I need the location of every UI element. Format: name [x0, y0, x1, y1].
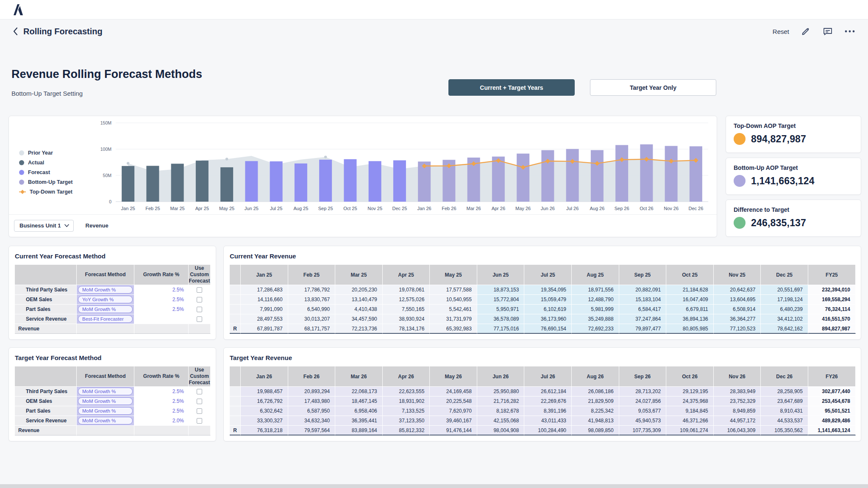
total-row-label: Revenue [15, 426, 77, 435]
forecast-method-select[interactable]: YoY Growth % [78, 296, 133, 303]
revenue-cell: 15,183,104 [619, 295, 667, 305]
growth-rate-cell[interactable]: 2.5% [134, 295, 189, 305]
revenue-cell: 38,930,924 [383, 314, 430, 324]
row-label: Service Revenue [15, 416, 77, 426]
custom-forecast-checkbox[interactable] [197, 297, 202, 302]
growth-rate-cell[interactable] [134, 314, 189, 324]
back-chevron-icon[interactable] [13, 27, 18, 36]
growth-rate-cell[interactable]: 2.5% [134, 305, 189, 314]
column-header: Dec 25 [761, 265, 808, 285]
top-down-aop-target-kpi: Top-Down AOP Target894,827,987 [726, 116, 861, 153]
revenue-cell: 8,949,859 [714, 406, 761, 416]
forecast-method-select[interactable]: MoM Growth % [78, 388, 133, 395]
growth-rate-cell[interactable]: 2.5% [134, 406, 189, 416]
revenue-cell: 17,786,792 [288, 285, 336, 295]
revenue-cell: 105,350,562 [761, 426, 808, 435]
table-row: 16,726,79217,483,98018,467,14518,931,902… [230, 396, 856, 406]
column-header: Jan 26 [241, 366, 288, 387]
forecast-method-select[interactable]: MoM Growth % [78, 407, 133, 415]
forecast-method-select[interactable]: MoM Growth % [78, 305, 133, 313]
svg-text:Feb 25: Feb 25 [145, 206, 160, 211]
forecast-method-select[interactable]: MoM Growth % [78, 286, 133, 294]
revenue-cell: 20,225,548 [430, 396, 477, 406]
revenue-cell: 36,173,960 [524, 314, 572, 324]
custom-forecast-checkbox[interactable] [197, 307, 202, 312]
svg-text:Oct 26: Oct 26 [640, 206, 653, 211]
edit-icon[interactable] [800, 26, 811, 37]
more-options-icon[interactable] [844, 26, 855, 37]
revenue-cell: 8,910,431 [761, 406, 808, 416]
revenue-cell: 17,286,483 [241, 285, 288, 295]
custom-forecast-checkbox[interactable] [197, 287, 202, 293]
table-title: Current Year Revenue [224, 246, 861, 265]
growth-rate-cell[interactable]: 2.0% [134, 416, 189, 426]
legend-label: Top-Down Target [30, 189, 72, 195]
column-header-label: Forecast Method [85, 272, 125, 278]
revenue-cell: 5,950,971 [477, 305, 525, 314]
custom-forecast-checkbox[interactable] [197, 389, 202, 394]
growth-rate-cell[interactable]: 2.5% [134, 387, 189, 396]
revenue-cell: 8,182,678 [477, 406, 525, 416]
row-label: Part Sales [15, 406, 77, 416]
target-year-only-button[interactable]: Target Year Only [590, 79, 716, 96]
business-unit-select[interactable]: Business Unit 1 [14, 220, 74, 232]
total-row-stub: R [230, 426, 241, 435]
revenue-cell: 76,690,154 [524, 324, 572, 334]
column-header-label: Use Custom Forecast [189, 367, 210, 386]
forecast-method-select[interactable]: MoM Growth % [78, 417, 133, 424]
growth-rate-cell[interactable]: 2.5% [134, 396, 189, 406]
revenue-cell: 77,175,016 [477, 324, 525, 334]
revenue-cell: 24,169,458 [430, 387, 477, 396]
table-header-row: Forecast MethodGrowth Rate %Use Custom F… [15, 366, 211, 387]
legend-label: Bottom-Up Target [28, 179, 72, 185]
revenue-cell: 6,102,619 [524, 305, 572, 314]
table-row: 14,116,66013,830,76713,140,47912,575,026… [230, 295, 856, 305]
column-header: May 26 [430, 366, 477, 387]
empty-cell [77, 426, 134, 435]
forecast-chart-card: Prior YearActualForecastBottom-Up Target… [8, 116, 717, 237]
growth-rate-cell[interactable]: 2.5% [134, 285, 189, 295]
row-stub [230, 295, 241, 305]
table-row: Third Party SalesMoM Growth %2.5% [15, 285, 211, 295]
revenue-cell: 17,483,980 [288, 396, 336, 406]
bottom-scrollbar-track[interactable] [0, 484, 868, 488]
svg-text:Aug 26: Aug 26 [590, 206, 604, 211]
page-name[interactable]: Rolling Forecasting [23, 27, 103, 36]
row-stub [230, 314, 241, 324]
column-header: Use Custom Forecast [189, 366, 211, 387]
revenue-cell: 15,772,804 [477, 295, 525, 305]
custom-forecast-checkbox[interactable] [197, 316, 202, 322]
reset-button[interactable]: Reset [773, 28, 789, 35]
column-header: Oct 25 [666, 265, 714, 285]
current-target-years-button[interactable]: Current + Target Years [448, 79, 575, 96]
revenue-cell: 34,412,102 [761, 314, 808, 324]
revenue-cell: 5,542,461 [430, 305, 477, 314]
legend-item-bottom-up-target: Bottom-Up Target [19, 179, 92, 185]
forecast-method-cell: MoM Growth % [77, 396, 134, 406]
chart-legend: Prior YearActualForecastBottom-Up Target… [9, 116, 92, 214]
revenue-cell: 28,383,949 [714, 387, 761, 396]
column-header: Aug 25 [572, 265, 619, 285]
svg-text:Sep 26: Sep 26 [615, 206, 629, 211]
revenue-cell: 14,116,660 [241, 295, 288, 305]
revenue-cell: 13,140,479 [335, 295, 383, 305]
forecast-method-select[interactable]: Best-Fit Forecaster [78, 315, 133, 323]
legend-dot [19, 180, 24, 185]
revenue-cell: 91,476,144 [430, 426, 477, 435]
forecast-method-select[interactable]: MoM Growth % [78, 397, 133, 405]
revenue-cell: 6,508,914 [714, 305, 761, 314]
column-header: FY25 [808, 265, 856, 285]
svg-text:Aug 25: Aug 25 [293, 206, 308, 211]
row-stub [230, 387, 241, 396]
custom-forecast-checkbox[interactable] [197, 408, 202, 414]
custom-forecast-checkbox[interactable] [197, 418, 202, 424]
custom-forecast-checkbox[interactable] [197, 399, 202, 404]
comments-icon[interactable] [822, 26, 833, 37]
revenue-cell: 6,480,239 [761, 305, 808, 314]
fy-total-cell: 95,501,521 [808, 406, 856, 416]
column-header [15, 366, 77, 387]
kpi-value-row: 1,141,663,124 [734, 175, 853, 187]
revenue-cell: 12,488,790 [572, 295, 619, 305]
forecast-method-cell: MoM Growth % [77, 387, 134, 396]
revenue-cell: 7,991,090 [241, 305, 288, 314]
